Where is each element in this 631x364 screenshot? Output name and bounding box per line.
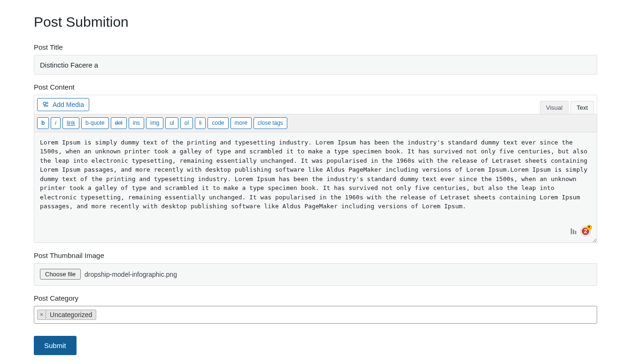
qt-del-button[interactable]: del: [111, 117, 127, 129]
tab-text[interactable]: Text: [570, 101, 594, 114]
add-media-button[interactable]: Add Media: [37, 98, 89, 111]
quicktags-toolbar: b i link b-quote del ins img ul ol li co…: [34, 114, 597, 132]
plus-icon: +: [586, 225, 592, 230]
svg-rect-1: [571, 228, 572, 234]
editor: Add Media Visual Text b i link b-quote d…: [34, 95, 597, 243]
grammar-badge[interactable]: 2 +: [581, 227, 590, 236]
svg-rect-2: [573, 229, 574, 234]
qt-more-button[interactable]: more: [231, 117, 252, 129]
svg-rect-3: [575, 231, 577, 234]
qt-close-tags-button[interactable]: close tags: [254, 117, 287, 129]
post-content-textarea[interactable]: [34, 132, 597, 243]
selected-filename: dropship-model-infographic.png: [85, 271, 177, 278]
qt-ins-button[interactable]: ins: [129, 117, 144, 129]
remove-category-button[interactable]: ×: [38, 311, 46, 319]
grammar-icon[interactable]: [569, 227, 578, 235]
qt-bold-button[interactable]: b: [37, 117, 49, 129]
qt-italic-button[interactable]: i: [51, 117, 61, 129]
add-media-label: Add Media: [53, 101, 84, 108]
svg-point-0: [43, 102, 46, 105]
file-input-row[interactable]: Choose file dropship-model-infographic.p…: [34, 263, 597, 286]
qt-li-button[interactable]: li: [195, 117, 206, 129]
category-select[interactable]: × Uncategorized: [34, 306, 597, 324]
tab-visual[interactable]: Visual: [540, 101, 569, 114]
media-icon: [42, 101, 50, 108]
qt-img-button[interactable]: img: [146, 117, 163, 129]
post-title-input[interactable]: [34, 55, 597, 75]
category-chip: × Uncategorized: [37, 310, 96, 320]
qt-ul-button[interactable]: ul: [165, 117, 178, 129]
post-thumbnail-label: Post Thumbnail Image: [34, 251, 597, 259]
qt-link-button[interactable]: link: [62, 117, 79, 129]
choose-file-button[interactable]: Choose file: [40, 269, 81, 280]
page-title: Post Submition: [34, 14, 597, 30]
category-chip-label: Uncategorized: [46, 310, 96, 319]
qt-code-button[interactable]: code: [208, 117, 228, 129]
post-category-label: Post Category: [34, 294, 597, 302]
post-title-label: Post Title: [34, 43, 597, 51]
qt-bquote-button[interactable]: b-quote: [81, 117, 109, 129]
submit-button[interactable]: Submit: [34, 336, 77, 355]
qt-ol-button[interactable]: ol: [180, 117, 193, 129]
post-content-label: Post Content: [34, 83, 597, 91]
